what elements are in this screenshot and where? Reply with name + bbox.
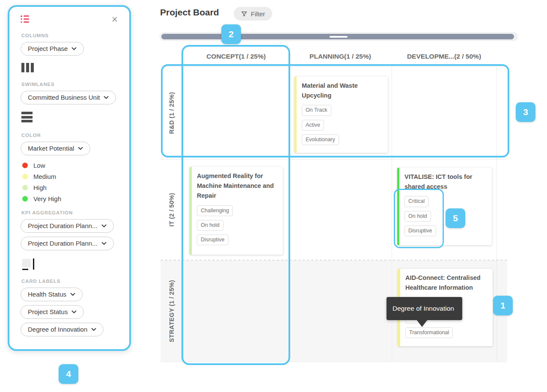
card-label-value: Project Status bbox=[28, 308, 68, 315]
chevron-down-icon bbox=[91, 328, 96, 331]
rows-layout-icon[interactable] bbox=[21, 112, 118, 122]
legend-dot-medium bbox=[22, 174, 28, 179]
card-label-chip: On hold bbox=[197, 220, 223, 231]
legend-item-high: High bbox=[22, 184, 118, 191]
chevron-down-icon bbox=[71, 47, 77, 50]
legend-item-low: Low bbox=[22, 162, 118, 169]
legend-item-medium: Medium bbox=[22, 173, 118, 180]
annotation-badge-4: 4 bbox=[59, 364, 78, 384]
grid-line bbox=[161, 66, 507, 67]
card-augmented-reality[interactable]: Augmented Reality for Machine Maintenanc… bbox=[190, 167, 283, 255]
legend-dot-low bbox=[22, 163, 28, 168]
swimlane-label-it: IT (2 / 50%) bbox=[161, 159, 183, 260]
kpi-dropdown-1[interactable]: Project Duration Plann... bbox=[21, 219, 114, 233]
grid-line bbox=[496, 66, 497, 362]
swimlane-label-rnd: R&D (1 / 25%) bbox=[161, 66, 183, 159]
card-label-dropdown-health-status[interactable]: Health Status bbox=[21, 288, 83, 301]
grid-line bbox=[161, 362, 507, 362]
text-cursor-icon[interactable] bbox=[22, 258, 35, 270]
grid-line bbox=[289, 66, 289, 362]
swimlanes-section-label: SWIMLANES bbox=[21, 82, 118, 87]
card-title: AID-Connect: Centralised Healthcare Info… bbox=[405, 273, 488, 293]
legend-label: Medium bbox=[33, 173, 56, 180]
kpi-dropdown-1-value: Project Duration Plann... bbox=[28, 222, 98, 229]
column-header-planning: PLANNING(1 / 25%) bbox=[289, 53, 392, 60]
chevron-down-icon bbox=[104, 96, 109, 99]
card-label-chip: On Track bbox=[302, 105, 331, 116]
tooltip-degree-of-innovation: Degree of Innovation bbox=[386, 297, 462, 320]
card-labels-section-label: CARD LABELS bbox=[21, 279, 118, 284]
chevron-down-icon bbox=[71, 310, 77, 314]
card-label-chip: Active bbox=[302, 120, 324, 131]
card-title: VITALISE: ICT tools for shared access bbox=[404, 172, 487, 192]
columns-layout-icon[interactable] bbox=[21, 63, 118, 72]
swimlane-label-text: STRATEGY (1 / 25%) bbox=[168, 280, 175, 342]
close-icon[interactable]: ✕ bbox=[111, 15, 118, 24]
color-dropdown-value: Market Potential bbox=[28, 145, 74, 152]
color-dropdown[interactable]: Market Potential bbox=[21, 142, 90, 155]
card-label-chip: On hold bbox=[404, 211, 431, 222]
grid-line bbox=[183, 66, 184, 362]
card-label-chip: Challenging bbox=[197, 205, 233, 216]
card-label-chip: Transformational bbox=[405, 327, 453, 338]
swimlanes-dropdown[interactable]: Committed Business Unit bbox=[21, 91, 116, 104]
funnel-icon bbox=[241, 11, 247, 17]
kpi-dropdown-2[interactable]: Project Duration Plann... bbox=[21, 237, 114, 250]
chevron-down-icon bbox=[101, 242, 107, 245]
annotation-badge-5: 5 bbox=[446, 208, 465, 228]
legend-label: High bbox=[33, 184, 47, 191]
card-label-dropdown-degree-of-innovation[interactable]: Degree of Innovation bbox=[21, 323, 104, 336]
kpi-dropdown-2-value: Project Duration Plann... bbox=[28, 240, 98, 247]
swimlane-label-strategy: STRATEGY (1 / 25%) bbox=[161, 260, 183, 362]
card-label-value: Health Status bbox=[28, 291, 66, 298]
tooltip-arrow bbox=[416, 320, 428, 327]
filter-button-label: Filter bbox=[251, 10, 265, 18]
page-title: Project Board bbox=[160, 7, 219, 18]
legend-label: Very High bbox=[33, 195, 61, 202]
column-header-concept: CONCEPT(1 / 25%) bbox=[183, 53, 289, 60]
board-settings-panel: ✕ COLUMNS Project Phase SWIMLANES Commit… bbox=[8, 5, 131, 351]
card-vitalise[interactable]: VITALISE: ICT tools for shared access Cr… bbox=[397, 168, 492, 245]
card-labels: On Track Active Evolutionary bbox=[302, 105, 383, 145]
annotation-badge-3: 3 bbox=[516, 102, 535, 122]
columns-dropdown[interactable]: Project Phase bbox=[21, 42, 84, 56]
lane-separator bbox=[161, 159, 507, 160]
scrollbar-handle-mark bbox=[330, 36, 348, 38]
panel-header: ✕ bbox=[21, 15, 118, 24]
annotation-badge-1: 1 bbox=[493, 296, 513, 315]
filter-button[interactable]: Filter bbox=[234, 7, 272, 21]
columns-section-label: COLUMNS bbox=[21, 33, 118, 38]
card-label-chip: Disruptive bbox=[197, 235, 229, 245]
card-labels: Challenging On hold Disruptive bbox=[197, 205, 278, 246]
card-title: Material and Waste Upcycling bbox=[302, 81, 383, 101]
list-settings-icon[interactable] bbox=[21, 15, 29, 23]
columns-dropdown-value: Project Phase bbox=[28, 45, 68, 52]
chevron-down-icon bbox=[78, 147, 83, 150]
annotation-badge-2: 2 bbox=[221, 24, 241, 44]
swimlane-label-text: IT (2 / 50%) bbox=[168, 193, 175, 226]
chevron-down-icon bbox=[101, 224, 107, 228]
chevron-down-icon bbox=[70, 293, 75, 296]
lane-separator-dashed bbox=[161, 260, 507, 261]
card-color-stripe bbox=[294, 77, 297, 153]
card-label-chip: Evolutionary bbox=[302, 134, 339, 145]
swimlanes-dropdown-value: Committed Business Unit bbox=[28, 94, 100, 101]
column-header-development: DEVELOPME...(2 / 50%) bbox=[392, 53, 496, 60]
kpi-section-label: KPI AGGREGATION bbox=[21, 210, 118, 215]
card-label-value: Degree of Innovation bbox=[28, 326, 87, 333]
legend-dot-very-high bbox=[22, 196, 28, 202]
card-label-chip: Critical bbox=[404, 196, 428, 207]
app-window: ✕ COLUMNS Project Phase SWIMLANES Commit… bbox=[0, 0, 547, 392]
color-legend: Low Medium High Very High bbox=[22, 162, 118, 202]
card-color-stripe bbox=[397, 168, 399, 245]
legend-label: Low bbox=[33, 162, 45, 169]
card-color-stripe bbox=[190, 167, 192, 255]
swimlane-label-text: R&D (1 / 25%) bbox=[168, 92, 175, 134]
card-title: Augmented Reality for Machine Maintenanc… bbox=[197, 171, 278, 201]
card-material-and-waste-upcycling[interactable]: Material and Waste Upcycling On Track Ac… bbox=[294, 77, 388, 153]
card-label-chip: Disruptive bbox=[404, 226, 436, 236]
legend-item-very-high: Very High bbox=[22, 195, 118, 202]
card-label-dropdown-project-status[interactable]: Project Status bbox=[21, 305, 84, 319]
legend-dot-high bbox=[22, 185, 28, 190]
color-section-label: COLOR bbox=[21, 133, 118, 138]
